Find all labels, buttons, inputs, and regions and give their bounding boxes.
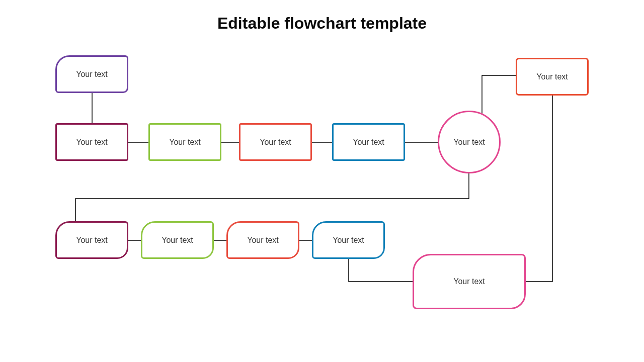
node-r2-2-label: Your text <box>169 138 201 147</box>
node-r2-5-label: Your text <box>453 138 485 147</box>
node-r3-4-label: Your text <box>333 236 364 245</box>
node-r3-1-label: Your text <box>76 236 108 245</box>
node-r3-3-label: Your text <box>247 236 279 245</box>
node-r2-3: Your text <box>239 123 312 161</box>
node-r3-1: Your text <box>55 221 128 259</box>
node-r2-3-label: Your text <box>260 138 291 147</box>
node-r3-2-label: Your text <box>162 236 193 245</box>
node-r3-2: Your text <box>141 221 214 259</box>
node-r2-5: Your text <box>438 111 501 173</box>
node-top: Your text <box>55 55 128 93</box>
node-r2-4: Your text <box>332 123 405 161</box>
node-bottom: Your text <box>413 254 526 309</box>
node-r3-4: Your text <box>312 221 385 259</box>
node-top-right-label: Your text <box>536 72 568 81</box>
node-r2-1: Your text <box>55 123 128 161</box>
node-top-label: Your text <box>76 70 108 79</box>
node-r2-1-label: Your text <box>76 138 108 147</box>
connectors <box>0 0 644 362</box>
node-r2-4-label: Your text <box>353 138 384 147</box>
node-bottom-label: Your text <box>453 277 485 286</box>
node-r2-2: Your text <box>148 123 221 161</box>
node-r3-3: Your text <box>226 221 299 259</box>
node-top-right: Your text <box>516 58 589 96</box>
